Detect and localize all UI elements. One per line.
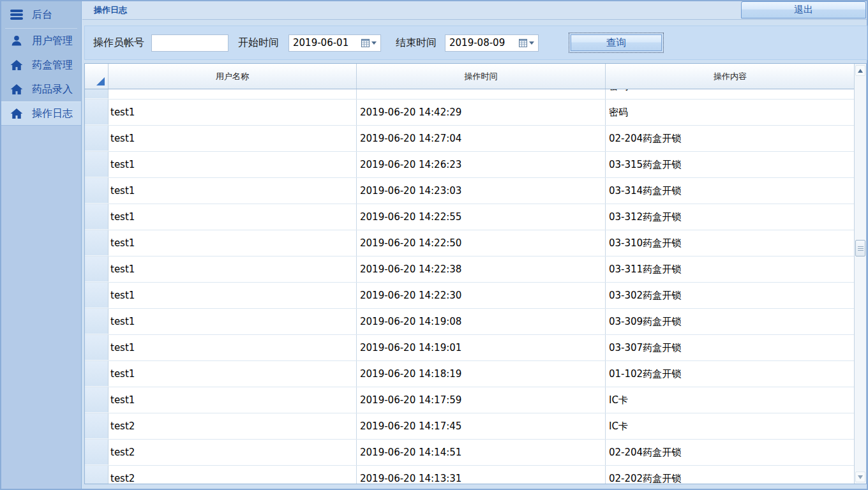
cell-operation-content[interactable]: 03-302药盒开锁: [606, 283, 854, 308]
table-row[interactable]: test2 2019-06-20 14:17:45 IC卡: [85, 413, 854, 440]
cell-operation-time[interactable]: 2019-06-20 14:13:31: [357, 466, 606, 484]
cell-operation-content[interactable]: 02-204药盒开锁: [606, 126, 854, 151]
cell-operation-time[interactable]: 2019-06-20 14:17:45: [357, 413, 606, 439]
sidebar-item-backend[interactable]: 后台: [1, 1, 81, 28]
row-selector-cell[interactable]: [85, 204, 108, 230]
cell-operation-content[interactable]: 03-312药盒开锁: [606, 204, 854, 230]
cell-operation-content[interactable]: 03-310药盒开锁: [606, 230, 854, 256]
cell-username[interactable]: test1: [108, 335, 357, 360]
cell-username[interactable]: test2: [108, 413, 357, 439]
table-row[interactable]: test1 2019-06-20 14:26:23 03-315药盒开锁: [85, 152, 854, 178]
sidebar-item-medicine-box-management[interactable]: 药盒管理: [1, 53, 81, 77]
cell-operation-time[interactable]: 2019-06-20 14:14:51: [357, 440, 606, 465]
cell-username[interactable]: test2: [108, 466, 357, 484]
scrollbar-down-button[interactable]: [855, 471, 865, 482]
cell-username[interactable]: test1: [108, 387, 357, 413]
row-selector-cell[interactable]: [85, 387, 108, 413]
row-selector-cell[interactable]: [85, 126, 108, 151]
scrollbar-up-button[interactable]: [855, 65, 865, 76]
row-selector-cell[interactable]: [85, 361, 108, 387]
row-selector-cell[interactable]: [85, 283, 108, 308]
table-row[interactable]: test1 2019-06-20 14:19:08 03-309药盒开锁: [85, 309, 854, 335]
cell-operation-time[interactable]: 2019-06-20 14:19:08: [357, 309, 606, 334]
sidebar-item-operation-log[interactable]: 操作日志: [1, 101, 81, 126]
menu-icon[interactable]: [9, 7, 24, 22]
column-header-username[interactable]: 用户名称: [108, 64, 357, 89]
cell-operation-content[interactable]: 02-202药盒开锁: [606, 466, 854, 484]
start-date-picker[interactable]: 2019-06-01: [288, 34, 381, 52]
column-header-operation-time[interactable]: 操作时间: [357, 64, 606, 89]
operator-account-input[interactable]: [151, 34, 228, 52]
row-selector-cell[interactable]: [85, 466, 108, 484]
vertical-scrollbar[interactable]: [854, 64, 866, 484]
calendar-icon[interactable]: [519, 39, 527, 47]
cell-operation-content[interactable]: 03-309药盒开锁: [606, 309, 854, 334]
cell-username[interactable]: test1: [108, 283, 357, 308]
cell-operation-time[interactable]: 2019-06-20 14:26:23: [357, 152, 606, 177]
cell-operation-time[interactable]: 2019-06-20 14:22:38: [357, 256, 606, 282]
table-row[interactable]: test1 2019-06-20 14:18:19 01-102药盒开锁: [85, 361, 854, 387]
table-row[interactable]: test1 2019-06-20 14:22:50 03-310药盒开锁: [85, 230, 854, 256]
cell-operation-content[interactable]: 02-204药盒开锁: [606, 440, 854, 465]
cell-operation-time[interactable]: 2019-06-20 14:18:19: [357, 361, 606, 387]
calendar-icon[interactable]: [361, 39, 370, 47]
row-selector-cell[interactable]: [85, 152, 108, 177]
table-row[interactable]: test1 2019-06-20 14:22:30 03-302药盒开锁: [85, 283, 854, 309]
cell-username[interactable]: test1: [108, 256, 357, 282]
sidebar-item-drug-entry[interactable]: 药品录入: [1, 77, 81, 101]
cell-operation-time[interactable]: 2019-06-20 14:22:50: [357, 230, 606, 256]
table-row[interactable]: test2 2019-06-20 14:14:51 02-204药盒开锁: [85, 440, 854, 466]
cell-username[interactable]: test1: [108, 178, 357, 204]
cell-operation-time[interactable]: 2019-06-20 14:23:03: [357, 178, 606, 204]
table-row[interactable]: test1 2019-06-20 14:19:01 03-307药盒开锁: [85, 335, 854, 361]
sidebar-item-user-management[interactable]: 用户管理: [1, 29, 81, 53]
cell-username[interactable]: test2: [108, 440, 357, 465]
row-selector-cell[interactable]: [85, 100, 108, 125]
chevron-down-icon[interactable]: [371, 41, 377, 45]
clipped-table-row[interactable]: test1 2019-06-20 14:45:46 密码: [85, 89, 854, 100]
row-selector-cell[interactable]: [85, 440, 108, 465]
select-all-corner-cell[interactable]: [85, 64, 108, 89]
cell-operation-content[interactable]: 01-102药盒开锁: [606, 361, 854, 387]
cell-operation-content[interactable]: 03-307药盒开锁: [606, 335, 854, 360]
cell-username[interactable]: test1: [108, 230, 357, 256]
cell-username[interactable]: test1: [108, 309, 357, 334]
cell-username[interactable]: test1: [108, 100, 357, 125]
chevron-down-icon[interactable]: [529, 41, 534, 45]
cell-operation-time[interactable]: 2019-06-20 14:42:29: [357, 100, 606, 125]
row-selector-cell[interactable]: [85, 413, 108, 439]
row-selector-cell[interactable]: [85, 335, 108, 360]
cell-operation-time[interactable]: 2019-06-20 14:22:30: [357, 283, 606, 308]
cell-operation-time[interactable]: 2019-06-20 14:45:46: [357, 89, 606, 99]
table-row[interactable]: test1 2019-06-20 14:23:03 03-314药盒开锁: [85, 178, 854, 204]
cell-operation-time[interactable]: 2019-06-20 14:27:04: [357, 126, 606, 151]
cell-operation-content[interactable]: 03-311药盒开锁: [606, 256, 854, 282]
column-header-operation-content[interactable]: 操作内容: [606, 64, 855, 89]
row-selector-cell[interactable]: [85, 309, 108, 334]
cell-username[interactable]: test1: [108, 89, 357, 99]
row-selector-cell[interactable]: [85, 178, 108, 204]
table-row[interactable]: test1 2019-06-20 14:42:29 密码: [85, 100, 854, 126]
table-row[interactable]: test1 2019-06-20 14:22:55 03-312药盒开锁: [85, 204, 854, 230]
table-row[interactable]: test1 2019-06-20 14:22:38 03-311药盒开锁: [85, 256, 854, 283]
table-row[interactable]: test1 2019-06-20 14:17:59 IC卡: [85, 387, 854, 413]
scrollbar-thumb[interactable]: [855, 240, 865, 256]
table-row[interactable]: test1 2019-06-20 14:27:04 02-204药盒开锁: [85, 126, 854, 152]
cell-operation-content[interactable]: 03-315药盒开锁: [606, 152, 854, 177]
cell-username[interactable]: test1: [108, 204, 357, 230]
cell-operation-content[interactable]: IC卡: [606, 413, 854, 439]
cell-operation-time[interactable]: 2019-06-20 14:19:01: [357, 335, 606, 360]
row-selector-cell[interactable]: [85, 230, 108, 256]
table-row[interactable]: test1 2019-06-20 14:45:46 密码: [85, 89, 854, 100]
query-button[interactable]: 查询: [571, 34, 662, 51]
cell-username[interactable]: test1: [108, 152, 357, 177]
cell-operation-time[interactable]: 2019-06-20 14:22:55: [357, 204, 606, 230]
cell-username[interactable]: test1: [108, 361, 357, 387]
row-selector-cell[interactable]: [85, 256, 108, 282]
cell-operation-content[interactable]: 密码: [606, 100, 854, 125]
table-row[interactable]: test2 2019-06-20 14:13:31 02-202药盒开锁: [85, 466, 854, 484]
cell-username[interactable]: test1: [108, 126, 357, 151]
end-date-picker[interactable]: 2019-08-09: [445, 34, 539, 52]
logout-button[interactable]: 退出: [741, 1, 866, 19]
cell-operation-content[interactable]: 密码: [606, 89, 854, 99]
